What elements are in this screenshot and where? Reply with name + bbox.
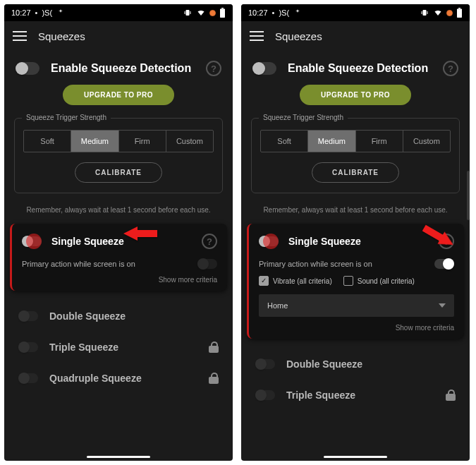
single-squeeze-help-icon[interactable]: ? (439, 234, 454, 249)
battery-icon (456, 8, 463, 18)
single-action-toggle[interactable] (197, 259, 217, 269)
strength-custom[interactable]: Custom (403, 131, 450, 152)
strength-medium[interactable]: Medium (308, 131, 355, 152)
notification-dot-icon (446, 10, 453, 16)
action-select[interactable]: Home (259, 294, 454, 317)
status-time: 10:27 (248, 8, 268, 17)
single-squeeze-title: Single Squeeze (288, 236, 429, 247)
single-squeeze-title: Single Squeeze (51, 236, 192, 247)
enable-row: Enable Squeeze Detection ? (243, 58, 468, 85)
calibrate-button[interactable]: CALIBRATE (312, 162, 399, 183)
phone-right: 10:27 )S( Squeezes Enable Squeeze Detect… (241, 4, 470, 461)
vibrate-icon (420, 8, 429, 17)
vibrate-label: Vibrate (all criteria) (273, 277, 332, 285)
home-indicator[interactable] (324, 456, 387, 458)
single-squeeze-help-icon[interactable]: ? (202, 234, 217, 249)
sound-criteria[interactable]: Sound (all criteria) (343, 276, 415, 286)
strength-segmented: Soft Medium Firm Custom (260, 130, 451, 152)
svg-rect-8 (427, 11, 428, 14)
strength-legend: Squeeze Trigger Strength (259, 114, 348, 121)
sound-checkbox[interactable] (343, 276, 353, 286)
triple-squeeze-item[interactable]: Triple Squeeze (6, 332, 231, 363)
single-squeeze-subtitle: Primary action while screen is on (259, 260, 372, 268)
lock-icon (446, 389, 456, 401)
double-squeeze-toggle[interactable] (255, 359, 275, 369)
lock-icon (209, 342, 219, 353)
quadruple-squeeze-item[interactable]: Quadruple Squeeze (6, 363, 231, 394)
svg-rect-3 (220, 8, 225, 18)
calibrate-button[interactable]: CALIBRATE (75, 162, 162, 183)
menu-icon[interactable] (13, 31, 27, 41)
enable-toggle[interactable] (16, 62, 39, 75)
usage-hint: Remember, always wait at least 1 second … (6, 206, 231, 214)
strength-medium[interactable]: Medium (71, 131, 118, 152)
enable-label: Enable Squeeze Detection (288, 62, 432, 75)
app-bar: Squeezes (241, 21, 470, 51)
svg-rect-9 (457, 8, 462, 18)
vibrate-checkbox[interactable] (259, 276, 269, 286)
double-squeeze-toggle[interactable] (18, 311, 38, 321)
svg-rect-0 (186, 10, 190, 16)
status-time: 10:27 (11, 8, 31, 17)
single-squeeze-card[interactable]: Single Squeeze ? Primary action while sc… (247, 224, 464, 339)
help-icon[interactable]: ? (206, 61, 221, 76)
battery-icon (219, 8, 226, 18)
triple-squeeze-toggle[interactable] (255, 390, 275, 400)
sparkle-icon (56, 8, 65, 17)
sparkle-icon (293, 8, 302, 17)
scrollbar[interactable] (467, 171, 470, 220)
double-squeeze-label: Double Squeeze (49, 310, 219, 322)
strength-firm[interactable]: Firm (356, 131, 403, 152)
svg-rect-2 (190, 11, 191, 14)
double-squeeze-item[interactable]: Double Squeeze (243, 349, 468, 380)
phone-left: 10:27 )S( Squeezes Enable Squeeze Detect… (4, 4, 233, 461)
vibrate-criteria[interactable]: Vibrate (all criteria) (259, 276, 332, 286)
quadruple-squeeze-label: Quadruple Squeeze (49, 373, 197, 384)
status-dot-icon (35, 8, 38, 17)
enable-label: Enable Squeeze Detection (51, 62, 195, 75)
single-squeeze-toggle[interactable] (259, 236, 279, 246)
single-squeeze-toggle[interactable] (22, 236, 42, 246)
sound-label: Sound (all criteria) (358, 277, 415, 285)
strength-fieldset: Squeeze Trigger Strength Soft Medium Fir… (14, 118, 223, 193)
strength-soft[interactable]: Soft (24, 131, 71, 152)
quadruple-squeeze-toggle[interactable] (18, 373, 38, 383)
menu-icon[interactable] (250, 31, 264, 41)
single-squeeze-subtitle: Primary action while screen is on (22, 260, 135, 268)
svg-rect-10 (458, 8, 460, 8)
upgrade-button[interactable]: UPGRADE TO PRO (63, 85, 174, 105)
show-more-criteria[interactable]: Show more criteria (259, 324, 454, 332)
status-bar: 10:27 )S( (241, 4, 470, 21)
triple-squeeze-item[interactable]: Triple Squeeze (243, 380, 468, 411)
notification-dot-icon (209, 10, 216, 16)
status-dot-icon (272, 8, 275, 17)
strength-segmented: Soft Medium Firm Custom (23, 130, 214, 152)
triple-squeeze-toggle[interactable] (18, 342, 38, 352)
double-squeeze-label: Double Squeeze (286, 358, 456, 370)
strength-fieldset: Squeeze Trigger Strength Soft Medium Fir… (251, 118, 460, 193)
strength-legend: Squeeze Trigger Strength (22, 114, 111, 121)
wifi-icon (433, 8, 443, 17)
triple-squeeze-label: Triple Squeeze (286, 389, 434, 401)
strength-firm[interactable]: Firm (119, 131, 166, 152)
app-bar: Squeezes (4, 21, 233, 51)
single-action-toggle[interactable] (434, 259, 454, 269)
status-bar: 10:27 )S( (4, 4, 233, 21)
double-squeeze-item[interactable]: Double Squeeze (6, 301, 231, 332)
strength-soft[interactable]: Soft (261, 131, 308, 152)
lock-icon (209, 373, 219, 384)
app-title: Squeezes (275, 30, 322, 42)
home-indicator[interactable] (87, 456, 150, 458)
vibrate-icon (183, 8, 193, 17)
help-icon[interactable]: ? (443, 61, 458, 76)
svg-rect-4 (221, 8, 224, 8)
action-select-value: Home (267, 301, 288, 310)
show-more-criteria[interactable]: Show more criteria (22, 276, 217, 284)
single-squeeze-card[interactable]: Single Squeeze ? Primary action while sc… (10, 224, 227, 291)
strength-custom[interactable]: Custom (166, 131, 213, 152)
app-title: Squeezes (38, 30, 85, 42)
wifi-icon (196, 8, 206, 17)
upgrade-button[interactable]: UPGRADE TO PRO (300, 85, 411, 105)
triple-squeeze-label: Triple Squeeze (49, 342, 197, 353)
enable-toggle[interactable] (252, 62, 276, 75)
